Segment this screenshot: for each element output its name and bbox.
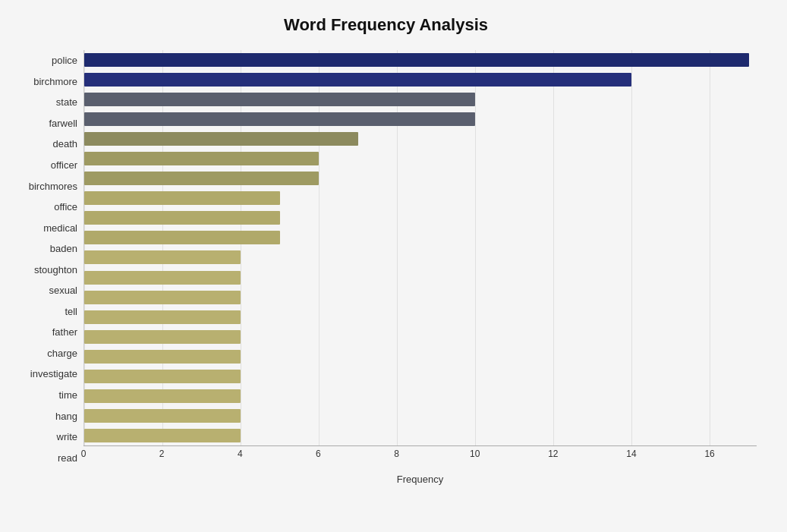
bar-row bbox=[84, 52, 757, 68]
bar-row bbox=[84, 269, 757, 286]
x-tick-label: 14 bbox=[626, 449, 636, 459]
bar bbox=[84, 330, 241, 344]
bar-row bbox=[84, 229, 757, 246]
chart-container: Word Frequency Analysis policebirchmores… bbox=[0, 0, 787, 532]
bar-row bbox=[84, 427, 757, 444]
chart-area: policebirchmorestatefarwelldeathofficerb… bbox=[15, 50, 757, 468]
bar-row bbox=[84, 91, 757, 108]
bar bbox=[84, 191, 280, 205]
y-label: write bbox=[15, 432, 77, 442]
x-tick-label: 0 bbox=[81, 449, 87, 459]
x-tick-label: 16 bbox=[704, 449, 714, 459]
y-label: time bbox=[15, 390, 77, 400]
y-label: farwell bbox=[15, 118, 77, 128]
x-axis-label: Frequency bbox=[83, 474, 757, 485]
y-label: charge bbox=[15, 348, 77, 358]
bar-row bbox=[84, 309, 757, 326]
y-labels: policebirchmorestatefarwelldeathofficerb… bbox=[15, 50, 83, 468]
bar bbox=[84, 250, 241, 264]
bar bbox=[84, 271, 241, 285]
y-label: medical bbox=[15, 223, 77, 233]
y-label: police bbox=[15, 55, 77, 65]
bar-row bbox=[84, 150, 757, 167]
bar-row bbox=[84, 170, 757, 187]
bar bbox=[84, 93, 475, 106]
bars-area bbox=[83, 50, 757, 445]
y-label: investigate bbox=[15, 369, 77, 379]
bar bbox=[84, 429, 241, 442]
bar bbox=[84, 409, 241, 423]
y-label: death bbox=[15, 139, 77, 149]
bar bbox=[84, 73, 631, 87]
bar bbox=[84, 231, 280, 244]
y-label: birchmores bbox=[15, 181, 77, 191]
x-tick-label: 12 bbox=[548, 449, 558, 459]
bars-and-x: 0246810121416 Frequency bbox=[83, 50, 757, 468]
bar-row bbox=[84, 71, 757, 88]
y-label: baden bbox=[15, 244, 77, 253]
bar bbox=[84, 152, 319, 165]
bar-row bbox=[84, 131, 757, 147]
chart-title: Word Frequency Analysis bbox=[15, 15, 757, 35]
bar bbox=[84, 211, 280, 225]
y-label: sexual bbox=[15, 285, 77, 295]
y-label: birchmore bbox=[15, 77, 77, 87]
y-label: tell bbox=[15, 307, 77, 316]
bar bbox=[84, 172, 319, 185]
bar-row bbox=[84, 289, 757, 306]
bar-row bbox=[84, 368, 757, 385]
x-tick-label: 6 bbox=[316, 449, 321, 459]
bar bbox=[84, 350, 241, 364]
y-label: office bbox=[15, 202, 77, 212]
y-label: father bbox=[15, 327, 77, 337]
x-tick-label: 4 bbox=[238, 449, 243, 459]
bar bbox=[84, 389, 241, 403]
bar bbox=[84, 132, 358, 146]
y-label: read bbox=[15, 453, 77, 463]
y-label: stoughton bbox=[15, 265, 77, 275]
bar-row bbox=[84, 190, 757, 206]
bar-row bbox=[84, 111, 757, 127]
bar-row bbox=[84, 249, 757, 266]
bar-row bbox=[84, 348, 757, 365]
bar bbox=[84, 112, 475, 126]
x-tick-label: 8 bbox=[394, 449, 399, 459]
y-label: state bbox=[15, 97, 77, 107]
bar bbox=[84, 310, 241, 324]
x-tick-label: 10 bbox=[470, 449, 480, 459]
bar-row bbox=[84, 209, 757, 226]
bar bbox=[84, 370, 241, 383]
x-axis-container: 0246810121416 Frequency bbox=[83, 445, 757, 468]
y-label: officer bbox=[15, 160, 77, 170]
bar bbox=[84, 291, 241, 304]
y-label: hang bbox=[15, 411, 77, 421]
x-tick-label: 2 bbox=[159, 449, 165, 459]
bar-row bbox=[84, 388, 757, 405]
bar bbox=[84, 53, 749, 67]
bar-row bbox=[84, 408, 757, 424]
bar-row bbox=[84, 329, 757, 345]
